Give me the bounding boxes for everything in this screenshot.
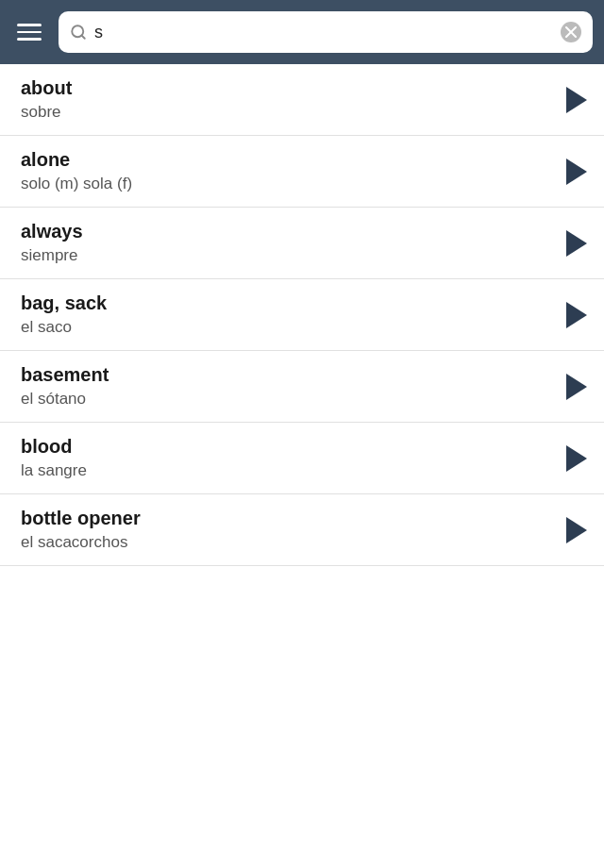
header bbox=[0, 0, 604, 64]
menu-button[interactable] bbox=[11, 18, 47, 46]
word-content: bottle openerel sacacorchos bbox=[21, 508, 555, 552]
word-translation: el sótano bbox=[21, 390, 555, 409]
word-list: aboutsobrealonesolo (m) sola (f)alwayssi… bbox=[0, 64, 604, 566]
word-english: blood bbox=[21, 436, 555, 458]
svg-line-1 bbox=[81, 35, 84, 38]
word-content: aboutsobre bbox=[21, 77, 555, 122]
play-icon bbox=[566, 445, 587, 472]
play-icon bbox=[566, 230, 587, 257]
menu-line-2 bbox=[17, 31, 42, 34]
word-content: bloodla sangre bbox=[21, 436, 555, 480]
word-english: bag, sack bbox=[21, 292, 555, 314]
list-item[interactable]: alwayssiempre bbox=[0, 208, 604, 279]
word-translation: el sacacorchos bbox=[21, 533, 555, 552]
word-content: alonesolo (m) sola (f) bbox=[21, 149, 555, 193]
play-icon bbox=[566, 517, 587, 543]
word-english: alone bbox=[21, 149, 555, 171]
menu-line-1 bbox=[17, 24, 42, 26]
word-translation: el saco bbox=[21, 318, 555, 337]
search-icon bbox=[70, 24, 87, 41]
play-button[interactable] bbox=[566, 230, 587, 257]
list-item[interactable]: alonesolo (m) sola (f) bbox=[0, 136, 604, 208]
word-english: always bbox=[21, 221, 555, 242]
word-english: bottle opener bbox=[21, 508, 555, 529]
search-bar bbox=[59, 11, 593, 53]
search-input[interactable] bbox=[94, 23, 553, 42]
word-content: basementel sótano bbox=[21, 364, 555, 409]
clear-button[interactable] bbox=[561, 22, 581, 42]
play-icon bbox=[566, 159, 587, 185]
play-icon bbox=[566, 87, 587, 113]
word-translation: la sangre bbox=[21, 461, 555, 480]
play-button[interactable] bbox=[566, 302, 587, 328]
word-english: basement bbox=[21, 364, 555, 386]
word-translation: siempre bbox=[21, 246, 555, 265]
word-content: alwayssiempre bbox=[21, 221, 555, 265]
list-item[interactable]: bottle openerel sacacorchos bbox=[0, 494, 604, 566]
play-icon bbox=[566, 374, 587, 400]
play-button[interactable] bbox=[566, 445, 587, 472]
play-button[interactable] bbox=[566, 374, 587, 400]
list-item[interactable]: bloodla sangre bbox=[0, 423, 604, 494]
list-item[interactable]: basementel sótano bbox=[0, 351, 604, 423]
menu-line-3 bbox=[17, 38, 42, 41]
play-button[interactable] bbox=[566, 87, 587, 113]
play-icon bbox=[566, 302, 587, 328]
list-item[interactable]: bag, sackel saco bbox=[0, 279, 604, 351]
play-button[interactable] bbox=[566, 517, 587, 543]
word-translation: solo (m) sola (f) bbox=[21, 175, 555, 193]
word-translation: sobre bbox=[21, 103, 555, 122]
word-content: bag, sackel saco bbox=[21, 292, 555, 337]
play-button[interactable] bbox=[566, 159, 587, 185]
word-english: about bbox=[21, 77, 555, 99]
list-item[interactable]: aboutsobre bbox=[0, 64, 604, 136]
